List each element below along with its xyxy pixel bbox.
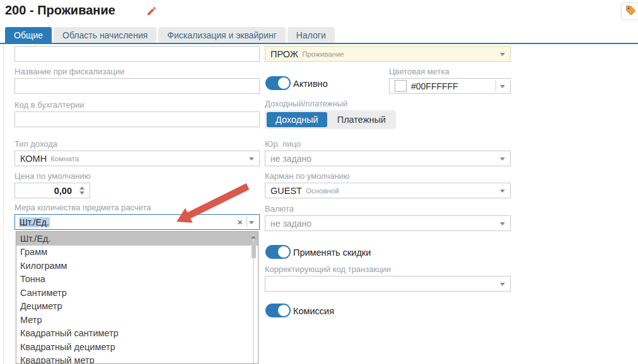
- measure-dropdown-panel: Шт./Ед. Грамм Килограмм Тонна Сантиметр …: [16, 231, 258, 364]
- tag-icon: [625, 5, 636, 18]
- legal-entity-select[interactable]: не задано: [265, 151, 511, 166]
- measure-dropdown-item[interactable]: Квадратный сантиметр: [16, 327, 258, 341]
- chevron-down-icon: [500, 53, 505, 56]
- active-toggle[interactable]: [265, 76, 291, 90]
- measure-dropdown-item[interactable]: Грамм: [16, 246, 258, 259]
- payment-option-button[interactable]: Платежный: [327, 115, 396, 125]
- quantity-measure-label: Мера количества предмета расчета: [14, 203, 151, 212]
- default-pocket-code: GUEST: [270, 186, 302, 196]
- apply-discounts-toggle[interactable]: [265, 245, 291, 259]
- chevron-down-icon: [500, 222, 505, 225]
- spinner-down-icon[interactable]: [79, 191, 84, 195]
- legal-entity-value: не задано: [270, 154, 311, 164]
- service-code-select[interactable]: ПРОЖ Проживание: [265, 46, 511, 62]
- fiscal-name-label: Название при фискализации: [14, 67, 125, 76]
- measure-dropdown-item[interactable]: Сантиметр: [16, 286, 258, 300]
- default-price-input[interactable]: [15, 183, 90, 198]
- fiscal-name-input[interactable]: [14, 78, 260, 94]
- color-mark-value: #00FFFFFF: [411, 81, 458, 91]
- correction-code-select[interactable]: [265, 276, 511, 292]
- active-toggle-label: Активно: [293, 79, 328, 89]
- service-edit-page: 200 - Проживание ОбщиеОбласть начисления…: [0, 0, 638, 364]
- currency-label: Валюта: [265, 204, 294, 213]
- default-price-stepper[interactable]: [14, 183, 90, 198]
- panel-left-edge: [3, 44, 4, 364]
- tag-button[interactable]: [621, 3, 638, 20]
- measure-dropdown-item[interactable]: Квадратный метр: [16, 354, 258, 364]
- service-code: ПРОЖ: [270, 49, 298, 59]
- scrollbar-thumb[interactable]: [252, 242, 256, 258]
- income-type-code: КОМН: [20, 154, 47, 164]
- commission-toggle[interactable]: [265, 304, 291, 317]
- income-payment-label: Доходный/платежный: [265, 99, 347, 108]
- color-mark-label: Цветовая метка: [389, 67, 450, 76]
- income-type-label: Тип дохода: [14, 139, 57, 149]
- tab-accrual-area[interactable]: Область начисления: [54, 27, 156, 43]
- clear-icon[interactable]: ×: [237, 217, 243, 228]
- accounting-code-label: Код в бухгалтерии: [14, 100, 84, 110]
- chevron-down-icon: [249, 157, 254, 161]
- income-payment-segmented: Доходный Платежный: [265, 110, 396, 129]
- income-type-select[interactable]: КОМН Комната: [14, 151, 260, 166]
- default-price-label: Цена по умолчанию: [14, 171, 90, 181]
- measure-dropdown-item[interactable]: Квадратный дециметр: [16, 340, 258, 354]
- commission-label: Комиссия: [293, 306, 334, 316]
- measure-dropdown-item[interactable]: Тонна: [16, 273, 258, 287]
- accounting-code-input[interactable]: [14, 111, 260, 127]
- tab-taxes[interactable]: Налоги: [287, 27, 335, 43]
- service-name: Проживание: [302, 50, 344, 58]
- chevron-down-icon[interactable]: [249, 221, 254, 224]
- combobox-separator: [246, 217, 247, 227]
- name-input[interactable]: [14, 46, 260, 62]
- measure-dropdown-item[interactable]: Килограмм: [16, 259, 258, 273]
- edit-pencil-icon[interactable]: [146, 6, 157, 19]
- chevron-down-icon: [500, 283, 505, 286]
- scrollbar-up-icon[interactable]: [251, 236, 256, 239]
- currency-select[interactable]: не задано: [265, 215, 511, 231]
- page-title: 200 - Проживание: [5, 3, 115, 18]
- tab-fiscalization[interactable]: Фискализация и эквайринг: [158, 27, 286, 43]
- measure-dropdown-item[interactable]: Метр: [16, 313, 258, 327]
- color-swatch: [395, 80, 407, 92]
- tab-bar: ОбщиеОбласть начисленияФискализация и эк…: [5, 27, 337, 43]
- default-pocket-name: Основной: [306, 187, 339, 195]
- measure-dropdown-item[interactable]: Дециметр: [16, 300, 258, 314]
- chevron-down-icon[interactable]: [500, 85, 505, 88]
- tabs-underline: [0, 43, 638, 44]
- default-pocket-select[interactable]: GUEST Основной: [265, 183, 511, 198]
- tab-general[interactable]: Общие: [5, 27, 52, 43]
- correction-code-label: Корректирующий код транзакции: [265, 264, 391, 274]
- spinner-up-icon[interactable]: [79, 186, 84, 190]
- quantity-measure-value: Шт./Ед.: [19, 217, 50, 227]
- income-type-name: Комната: [50, 155, 79, 162]
- income-option-button[interactable]: Доходный: [267, 112, 327, 127]
- color-mark-select[interactable]: #00FFFFFF: [389, 78, 511, 94]
- chevron-down-icon: [500, 190, 505, 193]
- quantity-measure-combobox[interactable]: Шт./Ед. ×: [14, 214, 260, 230]
- currency-value: не задано: [270, 219, 311, 229]
- chevron-down-icon: [500, 157, 505, 161]
- legal-entity-label: Юр. лицо: [265, 139, 301, 149]
- apply-discounts-label: Применять скидки: [293, 247, 371, 258]
- default-pocket-label: Карман по умолчанию: [265, 171, 350, 181]
- measure-dropdown-item[interactable]: Шт./Ед.: [16, 232, 258, 246]
- select-separator: [496, 81, 496, 91]
